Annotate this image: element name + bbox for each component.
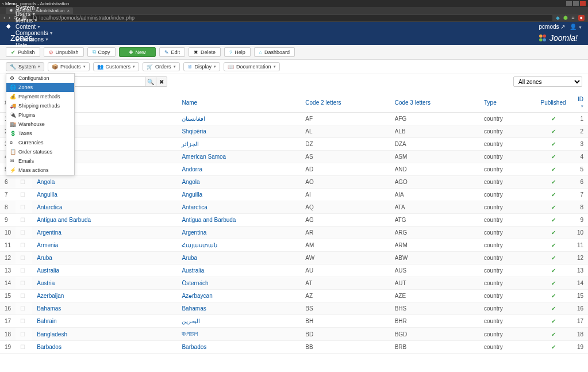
col-type[interactable]: Type	[479, 93, 536, 113]
row-name[interactable]: Shqipëria	[177, 125, 301, 138]
row-checkbox[interactable]: ☐	[16, 214, 32, 227]
row-english[interactable]: Angola	[32, 176, 177, 189]
row-published[interactable]: ✔	[536, 176, 571, 189]
browser-extension-icon[interactable]: ⬢	[563, 15, 568, 21]
row-name[interactable]: Aruba	[177, 252, 301, 264]
nav-item-system[interactable]: System ▼	[16, 5, 53, 11]
nav-item-menus[interactable]: Menus ▼	[16, 17, 53, 24]
clear-search-button[interactable]: ✖	[156, 76, 167, 87]
subnav-display[interactable]: 🖥 Display▾	[183, 62, 221, 71]
help-button[interactable]: ?Help	[224, 47, 251, 57]
system-menu-mass-actions[interactable]: ⚡Mass actions	[6, 166, 74, 175]
row-published[interactable]: ✔	[536, 315, 571, 328]
row-name[interactable]: Barbados	[177, 341, 301, 354]
row-checkbox[interactable]: ☐	[16, 328, 32, 341]
row-published[interactable]: ✔	[536, 151, 571, 163]
row-english[interactable]: Barbados	[32, 341, 177, 354]
unpublish-button[interactable]: ⊘Unpublish	[44, 47, 84, 57]
subnav-customers[interactable]: 👥 Customers▾	[93, 62, 140, 71]
row-checkbox[interactable]: ☐	[16, 290, 32, 302]
row-published[interactable]: ✔	[536, 341, 571, 354]
row-name[interactable]: American Samoa	[177, 151, 301, 163]
row-name[interactable]: الجزائر	[177, 138, 301, 151]
row-name[interactable]: Azərbaycan	[177, 290, 301, 302]
system-menu-order-statuses[interactable]: 📋Order statuses	[6, 147, 74, 156]
window-close-icon[interactable]	[580, 1, 586, 6]
row-published[interactable]: ✔	[536, 189, 571, 201]
row-published[interactable]: ✔	[536, 125, 571, 138]
system-menu-configuration[interactable]: ⚙Configuration	[6, 74, 74, 83]
row-checkbox[interactable]: ☐	[16, 252, 32, 264]
row-english[interactable]: Austria	[32, 277, 177, 290]
row-name[interactable]: البحرين	[177, 315, 301, 328]
row-name[interactable]: Angola	[177, 176, 301, 189]
tab-close-icon[interactable]: ×	[67, 8, 70, 13]
row-checkbox[interactable]: ☐	[16, 277, 32, 290]
col-name[interactable]: Name	[177, 93, 301, 113]
row-published[interactable]: ✔	[536, 264, 571, 277]
browser-badge-icon[interactable]: ●	[578, 15, 585, 21]
system-menu-currencies[interactable]: ¤Currencies	[6, 138, 74, 147]
row-english[interactable]: Bahamas	[32, 302, 177, 315]
browser-menu-icon[interactable]: ≡	[571, 15, 574, 21]
row-english[interactable]: Azerbaijan	[32, 290, 177, 302]
row-checkbox[interactable]: ☐	[16, 239, 32, 252]
system-menu-warehouse[interactable]: 🏬Warehouse	[6, 120, 74, 129]
row-published[interactable]: ✔	[536, 138, 571, 151]
row-published[interactable]: ✔	[536, 290, 571, 302]
system-menu-plugins[interactable]: 🔌Plugins	[6, 110, 74, 120]
row-english[interactable]: Australia	[32, 264, 177, 277]
system-menu-zones[interactable]: 🌐Zones	[6, 83, 74, 92]
system-menu-payment-methods[interactable]: 💰Payment methods	[6, 92, 74, 101]
row-published[interactable]: ✔	[536, 201, 571, 214]
nav-forward-icon[interactable]: ›	[9, 15, 10, 21]
row-english[interactable]: Bangladesh	[32, 328, 177, 341]
subnav-orders[interactable]: 🛒 Orders▾	[143, 62, 180, 71]
row-checkbox[interactable]: ☐	[16, 227, 32, 239]
joomla-logo[interactable]: Joomla!	[538, 33, 578, 43]
col-code2[interactable]: Code 2 letters	[301, 93, 390, 113]
subnav-products[interactable]: 📦 Products▾	[48, 62, 90, 71]
system-menu-emails[interactable]: ✉Emails	[6, 156, 74, 166]
row-checkbox[interactable]: ☐	[16, 201, 32, 214]
row-published[interactable]: ✔	[536, 328, 571, 341]
subnav-system[interactable]: 🔧 System▾	[6, 62, 44, 71]
window-minimize-icon[interactable]	[566, 1, 572, 6]
row-published[interactable]: ✔	[536, 252, 571, 264]
nav-item-users[interactable]: Users ▼	[16, 11, 53, 17]
system-menu-taxes[interactable]: 💲Taxes	[6, 129, 74, 138]
row-english[interactable]: Antigua and Barbuda	[32, 214, 177, 227]
site-name[interactable]: pcmods ↗	[539, 24, 565, 30]
row-name[interactable]: Österreich	[177, 277, 301, 290]
row-name[interactable]: বাংলাদেশ	[177, 328, 301, 341]
window-maximize-icon[interactable]	[573, 1, 579, 6]
browser-extension-icon[interactable]: ◆	[556, 15, 560, 21]
publish-button[interactable]: ✔Publish	[6, 47, 40, 57]
col-published[interactable]: Published	[536, 93, 571, 113]
row-english[interactable]: Anguilla	[32, 189, 177, 201]
row-name[interactable]: Australia	[177, 264, 301, 277]
row-english[interactable]: Antarctica	[32, 201, 177, 214]
row-name[interactable]: Anguilla	[177, 189, 301, 201]
row-name[interactable]: Հայաստան	[177, 239, 301, 252]
dashboard-button[interactable]: ⌂Dashboard	[254, 47, 295, 57]
row-name[interactable]: Bahamas	[177, 302, 301, 315]
row-checkbox[interactable]: ☐	[16, 315, 32, 328]
delete-button[interactable]: ✖Delete	[189, 47, 221, 57]
copy-button[interactable]: ⧉Copy	[87, 47, 116, 57]
col-id[interactable]: ID ▾	[571, 93, 588, 113]
row-name[interactable]: Antarctica	[177, 201, 301, 214]
row-checkbox[interactable]: ☐	[16, 302, 32, 315]
search-input[interactable]	[65, 76, 145, 87]
row-name[interactable]: افغانستان	[177, 113, 301, 125]
row-english[interactable]: Argentina	[32, 227, 177, 239]
row-checkbox[interactable]: ☐	[16, 176, 32, 189]
row-name[interactable]: Antigua and Barbuda	[177, 214, 301, 227]
row-english[interactable]: Bahrain	[32, 315, 177, 328]
os-menu-button[interactable]: ‹ Menu	[2, 1, 17, 6]
joomla-brand-icon[interactable]: ✸	[6, 23, 11, 30]
new-button[interactable]: ✚New	[119, 47, 156, 57]
row-name[interactable]: Argentina	[177, 227, 301, 239]
row-checkbox[interactable]: ☐	[16, 341, 32, 354]
zone-filter-select[interactable]: All zones	[513, 76, 582, 87]
